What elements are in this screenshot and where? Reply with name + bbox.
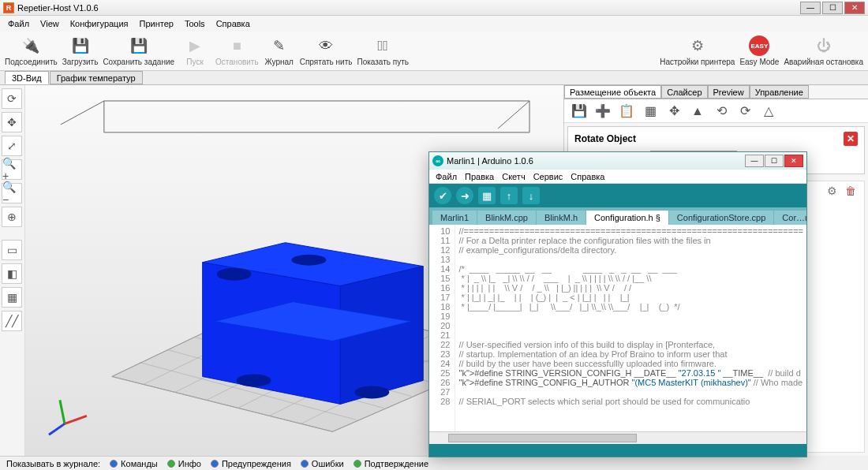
tab-3D-Вид[interactable]: 3D-Вид (5, 71, 49, 84)
code-body[interactable]: //======================================… (455, 225, 806, 431)
log-toggle-Команды[interactable]: Команды (110, 459, 158, 468)
viewtool-7[interactable]: ◧ (2, 263, 22, 284)
toolbar-Остановить: ■Остановить (215, 35, 259, 66)
menu-конфигурация[interactable]: Конфигурация (70, 19, 129, 28)
arduino-tab-Marlin1[interactable]: Marlin1 (432, 211, 477, 225)
arduino-menu-Скетч[interactable]: Скетч (502, 172, 525, 181)
arduino-tool-1[interactable]: ➜ (456, 187, 473, 204)
panel-icon-5[interactable]: ▲ (689, 103, 706, 120)
arduino-tabs: Marlin1BlinkM.cppBlinkM.hConfiguration.h… (429, 207, 806, 225)
toolbar-Настройки принтера[interactable]: ⚙Настройки принтера (660, 35, 735, 66)
log-toggle-Подтверждение[interactable]: Подтверждение (354, 459, 428, 468)
menu-view[interactable]: View (40, 19, 59, 28)
menu-справка[interactable]: Справка (216, 19, 250, 28)
log-toggle-Инфо[interactable]: Инфо (167, 459, 201, 468)
viewtool-5[interactable]: ⊕ (2, 207, 22, 227)
view-tabs: 3D-ВидГрафик температур (0, 71, 868, 85)
panel-tabs: Размещение объектаСлайсерPreviewУправлен… (564, 85, 868, 99)
arduino-menu-Правка[interactable]: Правка (465, 172, 494, 181)
log-toggle-Ошибки[interactable]: Ошибки (301, 459, 344, 468)
panel-tab-Preview[interactable]: Preview (708, 85, 750, 99)
panel-tab-Управление[interactable]: Управление (750, 85, 809, 99)
svg-line-28 (49, 423, 65, 435)
arduino-maximize-button[interactable]: ☐ (765, 155, 784, 167)
panel-icon-2[interactable]: 📋 (618, 103, 635, 120)
menu-файл[interactable]: Файл (8, 19, 29, 28)
menubar: ФайлViewКонфигурацияПринтерToolsСправка (0, 16, 868, 32)
panel-icon-1[interactable]: ➕ (594, 103, 612, 120)
rotate-title: Rotate Object (574, 133, 636, 144)
toolbar-Загрузить[interactable]: 💾Загрузить (62, 35, 99, 66)
arduino-title: Marlin1 | Arduino 1.0.6 (447, 156, 533, 166)
svg-line-27 (60, 400, 65, 423)
svg-line-26 (65, 416, 87, 423)
arduino-close-button[interactable]: ✕ (784, 155, 803, 167)
panel-icon-7[interactable]: ⟳ (736, 103, 754, 120)
arduino-tab-BlinkM.h[interactable]: BlinkM.h (537, 211, 586, 225)
window-title: Repetier-Host V1.0.6 (17, 3, 99, 13)
arduino-minimize-button[interactable]: — (745, 155, 764, 167)
arduino-hscroll[interactable] (429, 431, 806, 444)
toolbar-Easy Mode[interactable]: EASYEasy Mode (739, 35, 779, 66)
arduino-tool-0[interactable]: ✔ (434, 187, 451, 204)
svg-point-25 (354, 386, 389, 398)
menu-принтер[interactable]: Принтер (140, 19, 174, 28)
panel-icon-8[interactable]: △ (760, 103, 777, 120)
viewtool-0[interactable]: ⟳ (2, 88, 22, 109)
arduino-tab-Configuration.h §[interactable]: Configuration.h § (586, 211, 668, 225)
panel-toolbar: 💾➕📋▦✥▲⟲⟳△ (564, 99, 868, 123)
toolbar-Сохранить задание[interactable]: 💾Сохранить задание (103, 35, 174, 66)
panel-icon-0[interactable]: 💾 (571, 103, 588, 120)
viewtool-4[interactable]: 🔍− (2, 183, 22, 203)
arduino-menu-Справка[interactable]: Справка (571, 172, 604, 181)
viewtool-3[interactable]: 🔍+ (2, 159, 22, 180)
viewtool-8[interactable]: ▦ (2, 287, 22, 308)
viewtool-6[interactable]: ▭ (2, 240, 22, 260)
trash-icon[interactable]: 🗑 (845, 185, 856, 197)
viewtool-9[interactable]: ╱╱ (2, 311, 22, 331)
viewtool-1[interactable]: ✥ (2, 112, 22, 132)
arduino-titlebar[interactable]: ∞ Marlin1 | Arduino 1.0.6 — ☐ ✕ (429, 152, 806, 170)
maximize-button[interactable]: ☐ (822, 2, 843, 14)
minimize-button[interactable]: — (800, 2, 821, 14)
close-panel-button[interactable]: ✕ (844, 132, 858, 146)
toolbar-Журнал[interactable]: ✎Журнал (264, 35, 295, 66)
arduino-tab-Cor…ura…[interactable]: Cor…ura… (774, 211, 806, 225)
svg-point-22 (217, 268, 252, 281)
close-button[interactable]: ✕ (844, 2, 865, 14)
view-tools: ⟳✥⤢🔍+🔍−⊕▭◧▦╱╱ (0, 85, 25, 456)
app-icon: R (3, 2, 14, 13)
toolbar-Показать путь[interactable]: 👁⃠Показать путь (357, 35, 409, 66)
toolbar-Аварийная остановка[interactable]: ⏻Аварийная остановка (784, 35, 863, 66)
toolbar-Подсоединить[interactable]: 🔌Подсоединить (5, 35, 58, 66)
arduino-tab-BlinkM.cpp[interactable]: BlinkM.cpp (477, 211, 536, 225)
arduino-tool-4[interactable]: ↓ (522, 187, 540, 204)
arduino-tool-3[interactable]: ↑ (500, 187, 518, 204)
log-toggle-Предупреждения[interactable]: Предупреждения (211, 459, 291, 468)
svg-line-16 (61, 101, 104, 125)
panel-icon-6[interactable]: ⟲ (713, 103, 730, 120)
status-bar: Показывать в журнале:КомандыИнфоПредупре… (0, 456, 564, 470)
arduino-menu-Сервис[interactable]: Сервис (533, 172, 563, 181)
svg-line-17 (498, 101, 529, 129)
arduino-status (429, 444, 806, 457)
menu-tools[interactable]: Tools (185, 19, 205, 28)
arduino-menu-Файл[interactable]: Файл (436, 172, 457, 181)
panel-icon-4[interactable]: ✥ (665, 103, 683, 120)
toolbar-Спрятать нить[interactable]: 👁Спрятать нить (300, 35, 353, 66)
code-editor[interactable]: 10 11 12 13 14 15 16 17 18 19 20 21 22 2… (429, 225, 806, 431)
tab-График температур[interactable]: График температур (50, 71, 143, 84)
panel-tab-Слайсер[interactable]: Слайсер (661, 85, 707, 99)
arduino-tab-ConfigurationStore.cpp[interactable]: ConfigurationStore.cpp (669, 211, 774, 225)
svg-point-23 (291, 255, 326, 266)
main-toolbar: 🔌Подсоединить💾Загрузить💾Сохранить задани… (0, 32, 868, 71)
arduino-toolbar: ✔➜▦↑↓ (429, 184, 806, 207)
viewtool-2[interactable]: ⤢ (2, 136, 22, 156)
toolbar-Пуск: ▶Пуск (179, 35, 211, 66)
panel-icon-3[interactable]: ▦ (642, 103, 659, 120)
line-gutter: 10 11 12 13 14 15 16 17 18 19 20 21 22 2… (429, 225, 455, 431)
arduino-tool-2[interactable]: ▦ (478, 187, 496, 204)
arduino-window[interactable]: ∞ Marlin1 | Arduino 1.0.6 — ☐ ✕ ФайлПрав… (428, 151, 807, 457)
gear-icon[interactable]: ⚙ (827, 185, 837, 197)
panel-tab-Размещение объекта[interactable]: Размещение объекта (564, 85, 661, 99)
